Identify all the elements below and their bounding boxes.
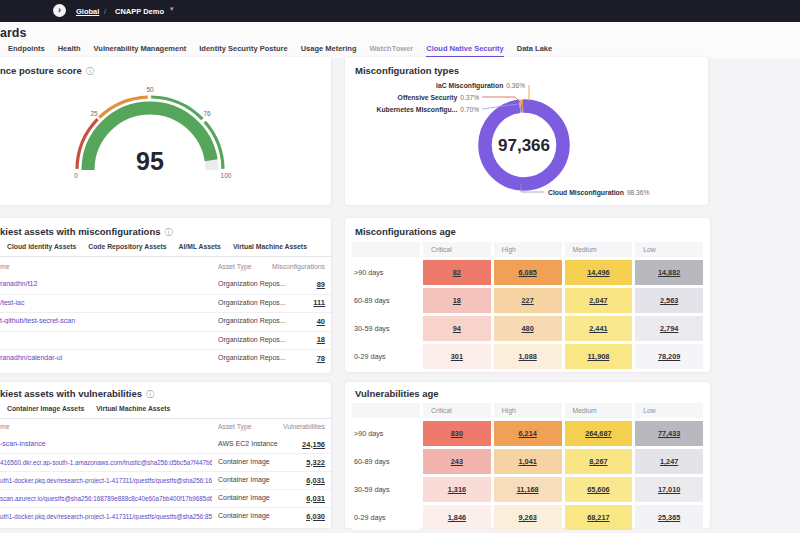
vuln-count-link[interactable]: 24,156	[302, 440, 325, 449]
heat-cell: 6,214	[494, 421, 562, 446]
tab-code-repository-assets[interactable]: Code Repository Assets	[88, 243, 166, 250]
asset-link[interactable]: /test-iac	[0, 299, 212, 306]
tab-watchtower[interactable]: WatchTower	[369, 44, 413, 58]
table-row: -scan-instance AWS EC2 Instance 24,156	[0, 436, 331, 454]
row-label: 0-29 days	[352, 344, 420, 369]
donut-label-offensive: Offensive Security0.37%	[398, 94, 480, 102]
tab-virtual-machine-assets[interactable]: Virtual Machine Assets	[233, 243, 307, 250]
tab-cloud-native-security[interactable]: Cloud Native Security	[426, 44, 504, 58]
heat-cell: 480	[494, 316, 562, 341]
misconfig-count-link[interactable]: 111	[313, 298, 325, 307]
tab-health[interactable]: Health	[58, 44, 81, 58]
riskiest-vuln-title: kiest assets with vulnerabilitiesⓘ	[0, 388, 154, 400]
tab-virtual-machine-assets[interactable]: Virtual Machine Assets	[96, 405, 170, 412]
column-header-high: High	[494, 242, 562, 257]
heat-cell: 2,794	[635, 316, 703, 341]
heat-cell: 1,041	[494, 449, 562, 474]
misconfig-count-link[interactable]: 78	[317, 354, 325, 363]
heat-cell: 18	[423, 288, 491, 313]
heat-cell: 8,267	[565, 449, 633, 474]
vuln-table-header: me Asset Type Vulnerabilities	[0, 423, 331, 435]
chevron-down-icon[interactable]: ▾	[170, 5, 174, 13]
heat-cell: 243	[423, 449, 491, 474]
donut-label-kubernetes: Kubernetes Misconfigu...0.70%	[376, 106, 479, 114]
vulnerabilities-age-table: Critical High Medium Low >90 days 830 6,…	[352, 403, 703, 530]
column-header-critical: Critical	[423, 403, 491, 418]
table-row: ranadhn/t12 Organization Repos... 89	[0, 276, 331, 295]
column-header-high: High	[494, 403, 562, 418]
heat-cell: 14,496	[565, 260, 633, 285]
heat-cell: 1,846	[423, 505, 491, 530]
row-label: 60-89 days	[352, 449, 420, 474]
misconfig-count-link[interactable]: 18	[317, 335, 325, 344]
vulnerabilities-age-card: Vulnerabilities age Critical High Medium…	[345, 382, 710, 528]
heat-cell: 78,209	[635, 344, 703, 369]
misconfig-count-link[interactable]: 89	[317, 280, 325, 289]
asset-link[interactable]: ranadhn/calendar-ui	[0, 354, 212, 361]
vuln-count-link[interactable]: 6,030	[306, 512, 325, 521]
table-row: uth1-docker.pkg.dev/research-project-1-4…	[0, 508, 331, 526]
heat-cell: 264,687	[565, 421, 633, 446]
asset-link[interactable]: scan.azurecr.io/guestfs@sha256:168789e88…	[0, 495, 212, 502]
donut-label-cloud: Cloud Misconfiguration98.36%	[548, 189, 649, 197]
dashboard-tab-bar: Endpoints Health Vulnerability Managemen…	[8, 44, 552, 58]
vuln-asset-tabs: Container Image Assets Virtual Machine A…	[7, 405, 170, 412]
tab-data-lake[interactable]: Data Lake	[517, 44, 552, 58]
riskiest-misconfig-title: kiest assets with misconfigurationsⓘ	[0, 226, 173, 238]
asset-link[interactable]: ranadhn/t12	[0, 280, 212, 287]
info-icon[interactable]: ⓘ	[146, 390, 154, 399]
heat-cell: 25,365	[635, 505, 703, 530]
row-label: 60-89 days	[352, 288, 420, 313]
asset-link[interactable]: -scan-instance	[0, 440, 212, 447]
top-navigation-bar: › Global / CNAPP Demo ▾	[0, 0, 800, 22]
heat-cell: 301	[423, 344, 491, 369]
tab-endpoints[interactable]: Endpoints	[8, 44, 45, 58]
asset-link[interactable]: 416560.dkr.ecr.ap-south-1.amazonaws.com/…	[0, 459, 212, 466]
table-row: Organization Repos... 18	[0, 332, 331, 351]
tab-usage-metering[interactable]: Usage Metering	[301, 44, 357, 58]
breadcrumb-separator: /	[104, 7, 106, 16]
heat-cell: 2,563	[635, 288, 703, 313]
vuln-count-link[interactable]: 6,031	[306, 476, 325, 485]
misconfig-count-link[interactable]: 40	[317, 317, 325, 326]
tab-vulnerability-management[interactable]: Vulnerability Management	[94, 44, 187, 58]
heat-cell: 82	[423, 260, 491, 285]
table-row: /test-iac Organization Repos... 111	[0, 295, 331, 314]
heat-cell: 1,088	[494, 344, 562, 369]
tab-cloud-identity-assets[interactable]: Cloud Identity Assets	[7, 243, 76, 250]
misconfiguration-types-donut-chart: IaC Misconfiguration0.36% Offensive Secu…	[345, 57, 708, 205]
dashboard-root: › Global / CNAPP Demo ▾ ards Endpoints H…	[0, 0, 800, 533]
posture-gauge-chart: 0 25 50 76 100 95	[40, 66, 260, 186]
misconfiguration-types-card: Misconfiguration types IaC Misconfigurat…	[345, 57, 708, 205]
row-label: 30-59 days	[352, 477, 420, 502]
heat-cell: 14,882	[635, 260, 703, 285]
heat-cell: 17,010	[635, 477, 703, 502]
vuln-count-link[interactable]: 5,322	[306, 458, 325, 467]
heat-cell: 2,441	[565, 316, 633, 341]
heat-cell: 11,168	[494, 477, 562, 502]
vuln-count-link[interactable]: 6,031	[306, 494, 325, 503]
gauge-tick-100: 100	[221, 172, 232, 179]
tab-container-image-assets[interactable]: Container Image Assets	[7, 405, 84, 412]
row-label: >90 days	[352, 421, 420, 446]
breadcrumb-global-link[interactable]: Global	[76, 7, 99, 16]
column-header-low: Low	[635, 403, 703, 418]
tab-identity-security-posture[interactable]: Identity Security Posture	[199, 44, 287, 58]
misconfig-table-header: me Asset Type Misconfigurations	[0, 263, 331, 275]
heat-cell: 94	[423, 316, 491, 341]
misconfig-asset-tabs: Cloud Identity Assets Code Repository As…	[7, 243, 307, 250]
info-icon[interactable]: ⓘ	[165, 228, 173, 237]
heat-cell: 830	[423, 421, 491, 446]
heat-cell: 9,263	[494, 505, 562, 530]
tab-ai-ml-assets[interactable]: AI/ML Assets	[179, 243, 221, 250]
breadcrumb-current[interactable]: CNAPP Demo	[115, 7, 164, 16]
asset-link[interactable]: uth1-docker.pkg.dev/research-project-1-4…	[0, 477, 212, 484]
app-logo-icon[interactable]: ›	[53, 4, 66, 17]
heat-cell: 11,908	[565, 344, 633, 369]
asset-link[interactable]: t-github/test-secret-scan	[0, 317, 212, 324]
heat-cell: 1,316	[423, 477, 491, 502]
asset-link[interactable]: uth1-docker.pkg.dev/research-project-1-4…	[0, 513, 212, 520]
table-row: scan.azurecr.io/guestfs@sha256:168789e88…	[0, 490, 331, 508]
vulnerabilities-age-title: Vulnerabilities age	[355, 388, 439, 399]
column-header-medium: Medium	[565, 403, 633, 418]
